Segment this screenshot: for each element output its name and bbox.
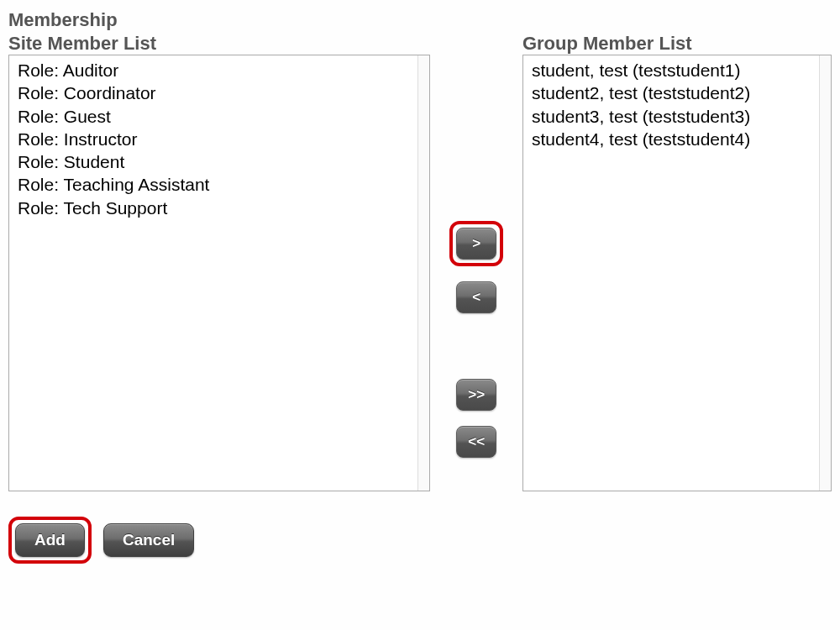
highlight-add-button: Add — [8, 517, 92, 564]
site-member-listbox[interactable]: Role: AuditorRole: CoordinatorRole: Gues… — [8, 55, 430, 491]
site-member-list-heading: Site Member List — [8, 32, 430, 55]
move-all-right-button[interactable]: >> — [456, 379, 496, 411]
footer-actions: Add Cancel — [8, 517, 832, 564]
transfer-button-panel: > < >> << — [430, 32, 522, 458]
group-member-item[interactable]: student, test (teststudent1) — [532, 59, 827, 81]
site-member-item[interactable]: Role: Tech Support — [18, 197, 426, 219]
group-member-listbox[interactable]: student, test (teststudent1)student2, te… — [522, 55, 832, 491]
group-member-item[interactable]: student2, test (teststudent2) — [532, 81, 827, 104]
group-member-list-heading: Group Member List — [522, 32, 832, 55]
site-member-item[interactable]: Role: Guest — [18, 105, 426, 128]
scrollbar[interactable] — [819, 55, 831, 491]
group-member-item[interactable]: student4, test (teststudent4) — [532, 128, 827, 150]
site-member-item[interactable]: Role: Coordinator — [18, 81, 426, 104]
site-member-item[interactable]: Role: Student — [18, 150, 426, 173]
scrollbar[interactable] — [417, 55, 429, 491]
move-all-left-button[interactable]: << — [456, 426, 496, 458]
move-right-button[interactable]: > — [456, 228, 496, 260]
site-member-item[interactable]: Role: Auditor — [18, 59, 426, 81]
site-member-item[interactable]: Role: Instructor — [18, 128, 426, 150]
group-member-item[interactable]: student3, test (teststudent3) — [532, 105, 827, 128]
membership-heading: Membership — [8, 8, 832, 32]
cancel-button[interactable]: Cancel — [103, 523, 194, 557]
highlight-move-right: > — [449, 221, 503, 266]
site-member-item[interactable]: Role: Teaching Assistant — [18, 173, 426, 196]
add-button[interactable]: Add — [15, 523, 85, 557]
move-left-button[interactable]: < — [456, 281, 496, 313]
